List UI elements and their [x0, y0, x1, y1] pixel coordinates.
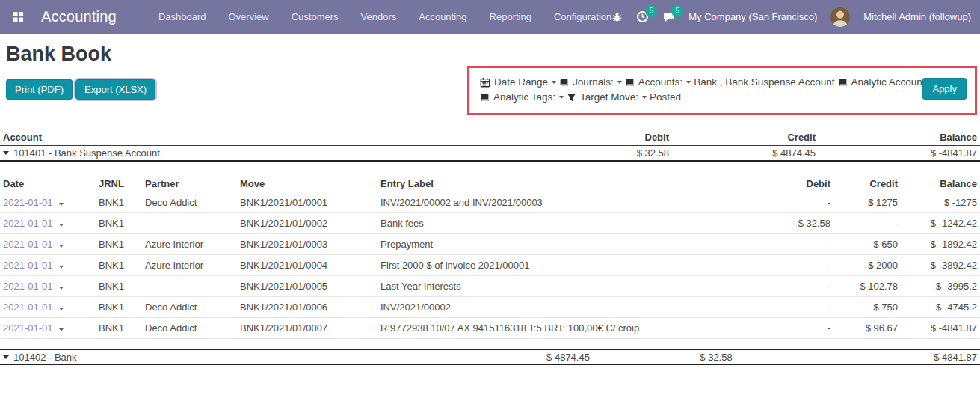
partner-cell: Deco Addict [145, 322, 240, 334]
account-summary-row-101402[interactable]: 101402 - Bank $ 4874.45 $ 32.58 $ 4841.8… [0, 349, 980, 365]
filter-funnel-icon [567, 93, 576, 103]
filter-journals[interactable]: Journals: [559, 75, 622, 90]
header-move: Move [240, 178, 380, 189]
book-icon [625, 78, 635, 88]
move-cell: BNK1/2021/01/0002 [240, 218, 380, 229]
balance-cell: $ -1275 [898, 197, 977, 208]
caret-down-icon[interactable] [59, 308, 64, 310]
date-link[interactable]: 2021-01-01 [3, 197, 53, 208]
date-link[interactable]: 2021-01-01 [3, 218, 53, 229]
jrnl-cell: BNK1 [99, 218, 145, 229]
collapse-caret-icon[interactable] [3, 355, 9, 359]
export-xlsx-button[interactable]: Export (XLSX) [75, 79, 155, 100]
table-row: 2021-01-01 BNK1 Deco Addict BNK1/2021/01… [0, 192, 980, 213]
header-entry-label: Entry Label [380, 178, 740, 189]
user-menu[interactable]: Mitchell Admin (followup) [863, 11, 971, 22]
filter-accounts[interactable]: Accounts: Bank , Bank Suspense Account [625, 75, 835, 90]
filter-target-move-value: Posted [650, 90, 681, 105]
menu-overview[interactable]: Overview [228, 11, 268, 22]
caret-down-icon[interactable] [59, 287, 64, 290]
menu-configuration[interactable]: Configuration [554, 11, 611, 22]
account-summary-row-101401[interactable]: 101401 - Bank Suspense Account $ 32.58 $… [0, 146, 980, 162]
menu-accounting[interactable]: Accounting [419, 11, 466, 22]
header-account: Account [3, 132, 520, 143]
date-link[interactable]: 2021-01-01 [3, 322, 53, 334]
debit-cell: - [740, 260, 830, 271]
menu-customers[interactable]: Customers [292, 11, 339, 22]
user-avatar[interactable] [830, 7, 850, 27]
move-cell: BNK1/2021/01/0005 [240, 281, 380, 292]
caret-down-icon[interactable] [59, 245, 64, 248]
account-balance: $ -4841.87 [816, 147, 977, 159]
caret-down-icon [617, 81, 622, 84]
messages-badge: 5 [671, 5, 683, 17]
jrnl-cell: BNK1 [99, 239, 145, 250]
caret-down-icon[interactable] [59, 328, 64, 331]
summary-header-row: Account Debit Credit Balance [0, 129, 980, 146]
table-row: 2021-01-01 BNK1 BNK1/2021/01/0002 Bank f… [0, 213, 980, 234]
report-filters-panel: Date Range Journals: Accounts: Bank , Ba… [467, 66, 977, 115]
credit-cell: $ 650 [830, 239, 898, 250]
page-title: Bank Book [6, 43, 980, 66]
header-partner: Partner [145, 178, 240, 189]
credit-cell: $ 96.67 [830, 322, 898, 334]
entry-label-cell: INV/2021/00002 [380, 302, 740, 313]
filter-analytic-tags-label: Analytic Tags: [493, 90, 555, 105]
navbar-right: 5 5 My Company (San Francisco) Mitchell … [611, 7, 971, 27]
caret-down-icon [686, 81, 691, 84]
filter-date-range[interactable]: Date Range [480, 75, 556, 90]
balance-cell: $ -1242.42 [898, 218, 977, 229]
company-switcher[interactable]: My Company (San Francisco) [688, 11, 817, 22]
debit-cell: - [740, 322, 830, 334]
balance-cell: $ -3995.2 [898, 281, 977, 292]
caret-down-icon [552, 81, 556, 84]
move-cell: BNK1/2021/01/0004 [240, 260, 380, 271]
menu-vendors[interactable]: Vendors [361, 11, 397, 22]
apply-filters-button[interactable]: Apply [922, 78, 967, 100]
caret-down-icon[interactable] [59, 266, 64, 269]
filter-target-move-label: Target Move: [580, 90, 638, 105]
account-debit: $ 4874.45 [520, 352, 669, 363]
menu-reporting[interactable]: Reporting [490, 11, 531, 22]
filter-date-range-label: Date Range [494, 75, 548, 90]
jrnl-cell: BNK1 [99, 281, 145, 292]
debug-bug-icon[interactable] [611, 11, 623, 22]
debit-cell: $ 32.58 [740, 218, 830, 229]
header-balance: Balance [898, 178, 977, 189]
credit-cell: $ 1275 [830, 197, 898, 208]
filter-analytic-tags[interactable]: Analytic Tags: [480, 90, 564, 105]
date-link[interactable]: 2021-01-01 [3, 260, 53, 271]
print-pdf-button[interactable]: Print (PDF) [6, 79, 73, 100]
lines-header-row: Date JRNL Partner Move Entry Label Debit… [0, 176, 980, 192]
messages-chat-icon[interactable]: 5 [662, 10, 675, 23]
date-link[interactable]: 2021-01-01 [3, 302, 53, 313]
header-credit: Credit [830, 178, 898, 189]
debit-cell: - [740, 281, 830, 292]
filter-line-2: Analytic Tags: Target Move: Posted [480, 90, 918, 105]
app-title: Accounting [41, 8, 117, 25]
activities-clock-icon[interactable]: 5 [636, 10, 649, 23]
move-cell: BNK1/2021/01/0003 [240, 239, 380, 250]
collapse-caret-icon[interactable] [3, 151, 9, 155]
apps-menu-icon[interactable] [9, 7, 28, 28]
top-navbar: Accounting Dashboard Overview Customers … [0, 0, 980, 34]
filter-accounts-label: Accounts: [638, 75, 682, 90]
header-debit: Debit [520, 132, 669, 143]
main-menu: Dashboard Overview Customers Vendors Acc… [158, 11, 611, 22]
partner-cell: Deco Addict [145, 197, 240, 208]
book-icon [480, 93, 490, 103]
account-name: 101402 - Bank [13, 352, 77, 363]
account-balance: $ 4841.87 [816, 352, 977, 363]
header-debit: Debit [740, 178, 830, 189]
debit-cell: - [740, 239, 830, 250]
account-credit: $ 4874.45 [669, 147, 816, 159]
filter-target-move[interactable]: Target Move: Posted [567, 90, 681, 105]
caret-down-icon[interactable] [59, 224, 64, 227]
account-credit: $ 32.58 [669, 352, 816, 363]
caret-down-icon[interactable] [59, 203, 64, 206]
date-link[interactable]: 2021-01-01 [3, 239, 53, 250]
date-link[interactable]: 2021-01-01 [3, 281, 53, 292]
menu-dashboard[interactable]: Dashboard [158, 11, 206, 22]
credit-cell: $ 102.78 [830, 281, 898, 292]
account-debit: $ 32.58 [520, 147, 669, 159]
